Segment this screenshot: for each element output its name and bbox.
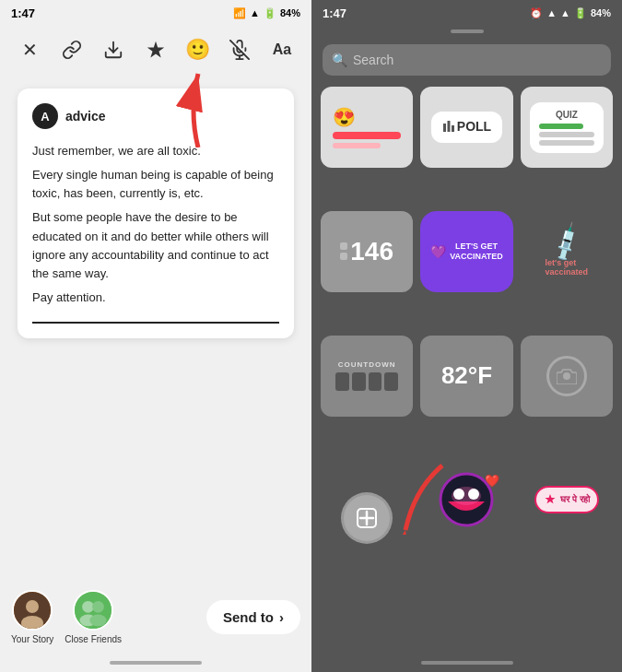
close-button[interactable]: ✕ — [15, 35, 44, 65]
red-arrow-left — [170, 65, 226, 151]
camera-circle — [546, 356, 587, 396]
close-friends-avatar — [73, 590, 113, 631]
svg-point-21 — [453, 489, 464, 500]
your-story-avatar — [12, 590, 53, 631]
your-story-label: Your Story — [11, 634, 53, 644]
svg-rect-14 — [447, 121, 450, 132]
drag-handle — [311, 26, 622, 37]
battery-pct-r: 84% — [591, 7, 611, 18]
sparkle-button[interactable] — [141, 35, 170, 65]
countdown-box-3 — [369, 372, 382, 391]
text-button[interactable]: Aa — [267, 35, 297, 65]
download-button[interactable] — [99, 35, 128, 65]
sticker-hindi[interactable]: घर पे रहो — [521, 459, 613, 540]
emoji-button[interactable]: 🙂 — [183, 35, 213, 65]
sticker-camera[interactable] — [521, 336, 613, 417]
status-bar-right: 1:47 ⏰ ▲ ▲ 🔋 84% — [311, 0, 622, 26]
close-friends-label: Close Friends — [65, 634, 122, 644]
sticker-number[interactable]: 146 — [321, 211, 413, 292]
home-indicator-right — [311, 654, 622, 672]
alarm-icon: ⏰ — [530, 7, 543, 19]
bottom-bar-left: Your Story Close Friends Send to › — [0, 580, 311, 654]
card-line-4: Pay attention. — [32, 289, 279, 307]
needle-inner: 💉 let's getvaccinated — [546, 226, 589, 277]
search-bar-row: 🔍 Search — [311, 37, 622, 83]
svg-point-12 — [90, 614, 107, 626]
sticker-add-button[interactable] — [341, 492, 393, 544]
status-icons-left: 📶 ▲ 🔋 84% — [233, 7, 300, 19]
svg-point-22 — [468, 489, 479, 500]
send-to-arrow: › — [279, 609, 284, 625]
needle-label: let's getvaccinated — [546, 258, 589, 277]
sticker-poll[interactable]: POLL — [420, 87, 512, 168]
mouth-hearts: ❤️ — [485, 474, 499, 488]
svg-point-6 — [26, 600, 39, 613]
drag-bar — [451, 29, 484, 33]
card-header: A advice — [32, 103, 279, 129]
svg-rect-15 — [452, 125, 454, 132]
wifi-icon: ▲ — [250, 7, 260, 18]
quiz-bars — [539, 124, 594, 146]
svg-point-9 — [82, 601, 94, 613]
temp-text: 82°F — [441, 361, 492, 390]
toolbar: ✕ 🙂 — [0, 26, 311, 74]
signal-icon-r: ▲ — [546, 7, 557, 18]
add-icon — [344, 495, 390, 541]
story-content: A advice Just remember, we are all toxic… — [0, 74, 311, 580]
card-body: Just remember, we are all toxic. Every s… — [32, 142, 279, 307]
battery-icon-r: 🔋 — [574, 7, 587, 19]
number-inner: 146 — [340, 237, 393, 266]
vax-text: LET'S GETVACCINATED — [450, 242, 503, 262]
close-friends-wrap[interactable]: Close Friends — [65, 590, 122, 644]
card-line-3: But some people have the desire to be ed… — [32, 208, 279, 283]
story-card: A advice Just remember, we are all toxic… — [18, 88, 294, 338]
sticker-countdown[interactable]: COUNTDOWN — [321, 336, 413, 417]
search-icon: 🔍 — [332, 53, 347, 67]
link-button[interactable] — [57, 35, 87, 65]
vax-inner: 💜 LET'S GETVACCINATED — [425, 236, 509, 267]
hindi-inner: घर पे रहो — [534, 486, 599, 513]
your-story-wrap[interactable]: Your Story — [11, 590, 53, 644]
sticker-vaccinate[interactable]: 💜 LET'S GETVACCINATED — [420, 211, 512, 292]
card-line-1: Just remember, we are all toxic. — [32, 142, 279, 160]
home-bar-left — [110, 661, 202, 665]
hindi-text: घर पे रहो — [560, 494, 590, 505]
home-indicator-left — [0, 654, 311, 672]
status-bar-left: 1:47 📶 ▲ 🔋 84% — [0, 0, 311, 26]
left-panel: 1:47 📶 ▲ 🔋 84% ✕ 🙂 — [0, 0, 311, 672]
quiz-inner: QUIZ — [530, 102, 604, 153]
vax-icon: 💜 — [430, 244, 446, 259]
countdown-box-4 — [384, 372, 398, 391]
time-left: 1:47 — [11, 6, 35, 20]
mute-button[interactable] — [225, 35, 254, 65]
quiz-label: QUIZ — [539, 110, 594, 120]
search-bar[interactable]: 🔍 Search — [323, 44, 611, 76]
countdown-boxes — [335, 372, 398, 391]
battery-icon: 🔋 — [264, 7, 276, 19]
countdown-inner: COUNTDOWN — [330, 355, 404, 396]
sticker-temperature[interactable]: 82°F — [420, 336, 512, 417]
wifi-icon-r: ▲ — [560, 7, 570, 18]
signal-icon: 📶 — [233, 7, 246, 19]
countdown-box-2 — [352, 372, 366, 391]
card-avatar: A — [32, 103, 58, 129]
poll-label: POLL — [457, 119, 491, 134]
card-line-2: Every single human being is capable of b… — [32, 166, 279, 203]
bottom-bar-right — [311, 580, 622, 654]
sticker-vaccine-needle[interactable]: 💉 let's getvaccinated — [521, 211, 613, 292]
number-digits: 146 — [350, 237, 393, 266]
svg-point-11 — [92, 601, 104, 613]
send-to-label: Send to — [223, 609, 274, 625]
sticker-quiz[interactable]: QUIZ — [521, 87, 613, 168]
send-to-button[interactable]: Send to › — [206, 600, 300, 634]
svg-rect-13 — [443, 124, 446, 132]
poll-inner: POLL — [431, 112, 502, 143]
home-bar-right — [421, 661, 513, 665]
battery-percent: 84% — [280, 7, 300, 18]
red-arrow-right — [387, 461, 452, 538]
search-placeholder: Search — [353, 53, 393, 67]
quiz-bar-3 — [539, 140, 594, 146]
sticker-emoji-rating[interactable]: 😍 — [321, 87, 413, 168]
quiz-bar-2 — [539, 132, 594, 137]
right-panel: 1:47 ⏰ ▲ ▲ 🔋 84% 🔍 Search 😍 — [311, 0, 622, 672]
